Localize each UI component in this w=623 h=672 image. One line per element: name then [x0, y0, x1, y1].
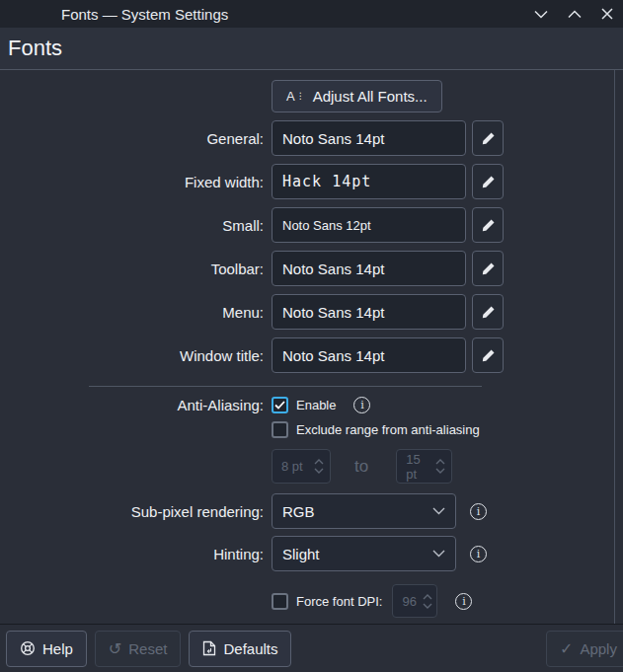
subpixel-label: Sub-pixel rendering:: [0, 503, 272, 520]
force-dpi-row: Force font DPI: 96 i: [0, 584, 623, 618]
anti-aliasing-row: Anti-Aliasing: Enable i: [0, 397, 623, 413]
force-dpi-spinbox: 96: [392, 584, 437, 618]
hinting-dropdown[interactable]: Slight: [272, 536, 456, 571]
spinner-arrows-icon: [423, 594, 432, 609]
toolbar-font-field[interactable]: Noto Sans 14pt: [272, 251, 466, 286]
font-row-label: Menu:: [0, 304, 272, 321]
defaults-document-icon: [202, 640, 216, 656]
range-to-value: 15 pt: [406, 452, 429, 482]
defaults-label: Defaults: [223, 640, 277, 657]
reset-button: ↺ Reset: [95, 631, 182, 667]
help-label: Help: [42, 640, 73, 657]
menu-font-value: Noto Sans 14pt: [282, 304, 384, 321]
force-dpi-label: Force font DPI:: [296, 594, 382, 609]
adjust-all-fonts-button[interactable]: A⋮ Adjust All Fonts...: [272, 80, 442, 112]
pencil-icon: [481, 218, 496, 233]
pencil-icon: [481, 131, 496, 146]
pencil-icon: [481, 305, 496, 320]
page-header: Fonts: [0, 28, 623, 70]
page-title: Fonts: [8, 36, 62, 61]
minimize-icon[interactable]: [534, 10, 548, 19]
defaults-button[interactable]: Defaults: [189, 631, 291, 667]
reset-label: Reset: [128, 640, 167, 657]
font-row-toolbar: Toolbar: Noto Sans 14pt: [0, 251, 623, 286]
font-row-window-title: Window title: Noto Sans 14pt: [0, 337, 623, 373]
subpixel-dropdown[interactable]: RGB: [272, 493, 456, 529]
footer-bar: Help ↺ Reset Defaults ✓ Apply: [0, 624, 623, 672]
enable-antialiasing-label: Enable: [296, 398, 336, 412]
range-to-spinbox: 15 pt: [396, 449, 452, 484]
hinting-value: Slight: [282, 546, 320, 562]
edit-menu-font-button[interactable]: [472, 294, 504, 330]
spinner-arrows-icon: [435, 459, 445, 474]
font-row-label: Small:: [0, 217, 272, 234]
subpixel-info-icon[interactable]: i: [470, 503, 487, 520]
menu-font-field[interactable]: Noto Sans 14pt: [272, 294, 466, 330]
anti-aliasing-label: Anti-Aliasing:: [0, 397, 272, 413]
adjust-fonts-icon: A⋮: [286, 90, 305, 103]
maximize-icon[interactable]: [568, 10, 582, 19]
hinting-info-icon[interactable]: i: [470, 546, 487, 562]
pencil-icon: [481, 348, 496, 363]
edit-toolbar-font-button[interactable]: [472, 251, 504, 286]
hinting-row: Hinting: Slight i: [0, 536, 623, 571]
window-title-font-field[interactable]: Noto Sans 14pt: [272, 337, 466, 373]
fixed-width-font-field[interactable]: Hack 14pt: [272, 164, 466, 199]
help-button[interactable]: Help: [6, 631, 87, 667]
subpixel-value: RGB: [282, 503, 315, 520]
pencil-icon: [481, 175, 496, 189]
range-from-spinbox: 8 pt: [272, 449, 331, 484]
checkmark-icon: [274, 401, 285, 410]
font-row-menu: Menu: Noto Sans 14pt: [0, 294, 623, 330]
apply-button: ✓ Apply: [546, 631, 623, 667]
chevron-down-icon: [432, 507, 445, 515]
reset-undo-icon: ↺: [109, 641, 121, 657]
exclude-range-row: Exclude range from anti-aliasing: [0, 421, 623, 438]
window-title-font-value: Noto Sans 14pt: [282, 347, 384, 364]
force-dpi-value: 96: [402, 594, 416, 609]
enable-antialiasing-checkbox[interactable]: [272, 397, 288, 413]
font-row-small: Small: Noto Sans 12pt: [0, 207, 623, 243]
apply-check-icon: ✓: [560, 641, 573, 657]
general-font-field[interactable]: Noto Sans 14pt: [272, 120, 466, 156]
system-settings-window: Fonts — System Settings Fonts A⋮ Adjust …: [0, 0, 623, 672]
help-lifebuoy-icon: [20, 640, 36, 656]
range-from-value: 8 pt: [281, 459, 303, 474]
font-row-label: Fixed width:: [0, 174, 272, 190]
window-controls: [534, 8, 613, 20]
edit-general-font-button[interactable]: [472, 120, 504, 156]
font-row-general: General: Noto Sans 14pt: [0, 120, 623, 156]
content-frame-edge: [614, 70, 615, 624]
small-font-field[interactable]: Noto Sans 12pt: [272, 207, 466, 243]
exclude-range-label: Exclude range from anti-aliasing: [296, 422, 480, 437]
range-to-text: to: [354, 457, 368, 477]
titlebar: Fonts — System Settings: [0, 0, 623, 28]
hinting-label: Hinting:: [0, 546, 272, 562]
edit-small-font-button[interactable]: [472, 207, 504, 243]
antialias-range-row: 8 pt to 15 pt: [0, 449, 623, 484]
font-row-fixed-width: Fixed width: Hack 14pt: [0, 164, 623, 199]
general-font-value: Noto Sans 14pt: [282, 130, 384, 147]
pencil-icon: [481, 261, 496, 276]
font-row-label: Toolbar:: [0, 261, 272, 277]
fonts-settings-panel: A⋮ Adjust All Fonts... General: Noto San…: [0, 70, 623, 624]
force-dpi-info-icon[interactable]: i: [455, 593, 472, 610]
exclude-range-checkbox[interactable]: [272, 421, 288, 438]
small-font-value: Noto Sans 12pt: [282, 218, 371, 233]
adjust-all-fonts-label: Adjust All Fonts...: [313, 88, 428, 105]
apply-label: Apply: [580, 640, 617, 657]
font-row-label: General:: [0, 130, 272, 147]
force-dpi-checkbox[interactable]: [272, 593, 288, 610]
section-separator: [89, 386, 482, 387]
antialiasing-info-icon[interactable]: i: [353, 397, 370, 413]
subpixel-row: Sub-pixel rendering: RGB i: [0, 493, 623, 529]
chevron-down-icon: [432, 550, 445, 558]
edit-fixed-width-font-button[interactable]: [472, 164, 504, 199]
close-icon[interactable]: [601, 8, 613, 20]
adjust-all-row: A⋮ Adjust All Fonts...: [0, 80, 623, 112]
fixed-width-font-value: Hack 14pt: [282, 173, 371, 190]
toolbar-font-value: Noto Sans 14pt: [282, 261, 384, 277]
edit-window-title-font-button[interactable]: [472, 337, 504, 373]
font-row-label: Window title:: [0, 347, 272, 364]
window-title: Fonts — System Settings: [61, 6, 534, 23]
